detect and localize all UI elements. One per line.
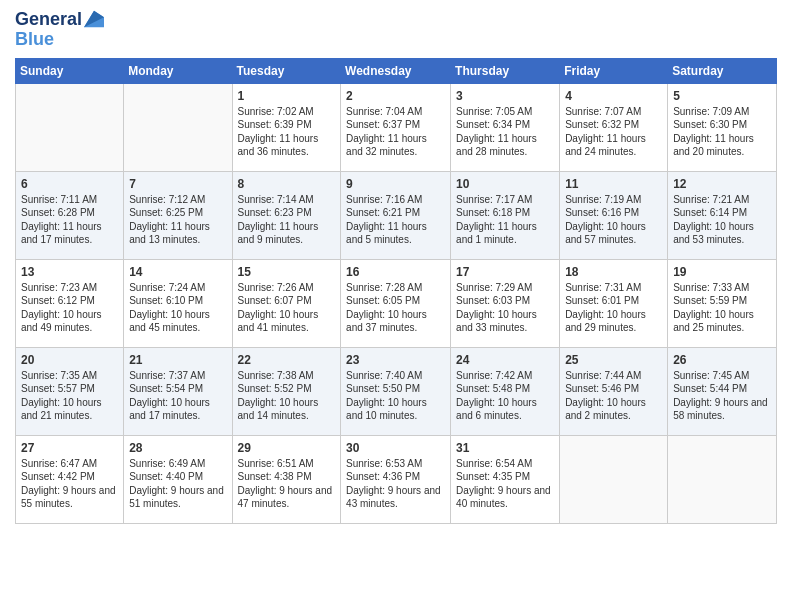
calendar-cell: 22Sunrise: 7:38 AMSunset: 5:52 PMDayligh… <box>232 347 341 435</box>
day-number: 28 <box>129 440 226 456</box>
day-number: 25 <box>565 352 662 368</box>
day-info: Sunrise: 7:42 AMSunset: 5:48 PMDaylight:… <box>456 369 554 423</box>
day-info: Sunrise: 7:07 AMSunset: 6:32 PMDaylight:… <box>565 105 662 159</box>
day-info: Sunrise: 7:37 AMSunset: 5:54 PMDaylight:… <box>129 369 226 423</box>
day-info: Sunrise: 7:24 AMSunset: 6:10 PMDaylight:… <box>129 281 226 335</box>
calendar-table: SundayMondayTuesdayWednesdayThursdayFrid… <box>15 58 777 524</box>
calendar-cell: 23Sunrise: 7:40 AMSunset: 5:50 PMDayligh… <box>341 347 451 435</box>
week-row-3: 20Sunrise: 7:35 AMSunset: 5:57 PMDayligh… <box>16 347 777 435</box>
calendar-cell: 20Sunrise: 7:35 AMSunset: 5:57 PMDayligh… <box>16 347 124 435</box>
day-info: Sunrise: 7:31 AMSunset: 6:01 PMDaylight:… <box>565 281 662 335</box>
calendar-cell: 14Sunrise: 7:24 AMSunset: 6:10 PMDayligh… <box>124 259 232 347</box>
day-info: Sunrise: 7:28 AMSunset: 6:05 PMDaylight:… <box>346 281 445 335</box>
calendar-cell: 3Sunrise: 7:05 AMSunset: 6:34 PMDaylight… <box>451 83 560 171</box>
day-info: Sunrise: 7:29 AMSunset: 6:03 PMDaylight:… <box>456 281 554 335</box>
day-number: 21 <box>129 352 226 368</box>
day-number: 13 <box>21 264 118 280</box>
calendar-cell: 11Sunrise: 7:19 AMSunset: 6:16 PMDayligh… <box>560 171 668 259</box>
day-number: 30 <box>346 440 445 456</box>
day-info: Sunrise: 7:38 AMSunset: 5:52 PMDaylight:… <box>238 369 336 423</box>
calendar-body: 1Sunrise: 7:02 AMSunset: 6:39 PMDaylight… <box>16 83 777 523</box>
day-number: 17 <box>456 264 554 280</box>
calendar-cell: 6Sunrise: 7:11 AMSunset: 6:28 PMDaylight… <box>16 171 124 259</box>
calendar-cell: 21Sunrise: 7:37 AMSunset: 5:54 PMDayligh… <box>124 347 232 435</box>
calendar-cell: 7Sunrise: 7:12 AMSunset: 6:25 PMDaylight… <box>124 171 232 259</box>
logo: General Blue <box>15 10 104 50</box>
weekday-header-wednesday: Wednesday <box>341 58 451 83</box>
calendar-cell: 10Sunrise: 7:17 AMSunset: 6:18 PMDayligh… <box>451 171 560 259</box>
day-info: Sunrise: 7:11 AMSunset: 6:28 PMDaylight:… <box>21 193 118 247</box>
day-number: 1 <box>238 88 336 104</box>
day-number: 8 <box>238 176 336 192</box>
calendar-cell: 9Sunrise: 7:16 AMSunset: 6:21 PMDaylight… <box>341 171 451 259</box>
calendar-cell: 15Sunrise: 7:26 AMSunset: 6:07 PMDayligh… <box>232 259 341 347</box>
weekday-header-thursday: Thursday <box>451 58 560 83</box>
week-row-4: 27Sunrise: 6:47 AMSunset: 4:42 PMDayligh… <box>16 435 777 523</box>
calendar-cell: 27Sunrise: 6:47 AMSunset: 4:42 PMDayligh… <box>16 435 124 523</box>
day-number: 9 <box>346 176 445 192</box>
day-number: 5 <box>673 88 771 104</box>
day-info: Sunrise: 7:09 AMSunset: 6:30 PMDaylight:… <box>673 105 771 159</box>
day-info: Sunrise: 7:26 AMSunset: 6:07 PMDaylight:… <box>238 281 336 335</box>
day-info: Sunrise: 7:45 AMSunset: 5:44 PMDaylight:… <box>673 369 771 423</box>
day-number: 19 <box>673 264 771 280</box>
day-info: Sunrise: 7:19 AMSunset: 6:16 PMDaylight:… <box>565 193 662 247</box>
calendar-cell: 28Sunrise: 6:49 AMSunset: 4:40 PMDayligh… <box>124 435 232 523</box>
calendar-cell: 25Sunrise: 7:44 AMSunset: 5:46 PMDayligh… <box>560 347 668 435</box>
week-row-0: 1Sunrise: 7:02 AMSunset: 6:39 PMDaylight… <box>16 83 777 171</box>
day-number: 10 <box>456 176 554 192</box>
week-row-2: 13Sunrise: 7:23 AMSunset: 6:12 PMDayligh… <box>16 259 777 347</box>
day-info: Sunrise: 7:21 AMSunset: 6:14 PMDaylight:… <box>673 193 771 247</box>
day-info: Sunrise: 7:35 AMSunset: 5:57 PMDaylight:… <box>21 369 118 423</box>
day-info: Sunrise: 6:54 AMSunset: 4:35 PMDaylight:… <box>456 457 554 511</box>
day-number: 16 <box>346 264 445 280</box>
day-info: Sunrise: 7:17 AMSunset: 6:18 PMDaylight:… <box>456 193 554 247</box>
day-number: 12 <box>673 176 771 192</box>
day-number: 22 <box>238 352 336 368</box>
day-number: 24 <box>456 352 554 368</box>
day-info: Sunrise: 7:40 AMSunset: 5:50 PMDaylight:… <box>346 369 445 423</box>
logo-icon <box>84 9 104 29</box>
calendar-cell: 12Sunrise: 7:21 AMSunset: 6:14 PMDayligh… <box>668 171 777 259</box>
day-info: Sunrise: 7:12 AMSunset: 6:25 PMDaylight:… <box>129 193 226 247</box>
weekday-header-tuesday: Tuesday <box>232 58 341 83</box>
day-number: 11 <box>565 176 662 192</box>
calendar-cell: 19Sunrise: 7:33 AMSunset: 5:59 PMDayligh… <box>668 259 777 347</box>
day-number: 2 <box>346 88 445 104</box>
calendar-cell: 31Sunrise: 6:54 AMSunset: 4:35 PMDayligh… <box>451 435 560 523</box>
day-info: Sunrise: 7:44 AMSunset: 5:46 PMDaylight:… <box>565 369 662 423</box>
header: General Blue <box>15 10 777 50</box>
day-number: 4 <box>565 88 662 104</box>
calendar-header: SundayMondayTuesdayWednesdayThursdayFrid… <box>16 58 777 83</box>
day-number: 3 <box>456 88 554 104</box>
day-number: 31 <box>456 440 554 456</box>
day-info: Sunrise: 7:14 AMSunset: 6:23 PMDaylight:… <box>238 193 336 247</box>
calendar-cell: 8Sunrise: 7:14 AMSunset: 6:23 PMDaylight… <box>232 171 341 259</box>
weekday-header-saturday: Saturday <box>668 58 777 83</box>
day-info: Sunrise: 6:51 AMSunset: 4:38 PMDaylight:… <box>238 457 336 511</box>
day-info: Sunrise: 7:02 AMSunset: 6:39 PMDaylight:… <box>238 105 336 159</box>
calendar-cell: 17Sunrise: 7:29 AMSunset: 6:03 PMDayligh… <box>451 259 560 347</box>
day-number: 7 <box>129 176 226 192</box>
logo-text: General <box>15 10 82 30</box>
day-number: 6 <box>21 176 118 192</box>
day-info: Sunrise: 7:05 AMSunset: 6:34 PMDaylight:… <box>456 105 554 159</box>
calendar-cell: 29Sunrise: 6:51 AMSunset: 4:38 PMDayligh… <box>232 435 341 523</box>
day-info: Sunrise: 6:53 AMSunset: 4:36 PMDaylight:… <box>346 457 445 511</box>
day-info: Sunrise: 7:23 AMSunset: 6:12 PMDaylight:… <box>21 281 118 335</box>
page: General Blue SundayMondayTuesdayWednesda… <box>0 0 792 612</box>
calendar-cell: 26Sunrise: 7:45 AMSunset: 5:44 PMDayligh… <box>668 347 777 435</box>
day-info: Sunrise: 7:33 AMSunset: 5:59 PMDaylight:… <box>673 281 771 335</box>
calendar-cell: 16Sunrise: 7:28 AMSunset: 6:05 PMDayligh… <box>341 259 451 347</box>
calendar-cell: 13Sunrise: 7:23 AMSunset: 6:12 PMDayligh… <box>16 259 124 347</box>
day-number: 15 <box>238 264 336 280</box>
calendar-cell: 18Sunrise: 7:31 AMSunset: 6:01 PMDayligh… <box>560 259 668 347</box>
calendar-cell <box>560 435 668 523</box>
calendar-cell: 24Sunrise: 7:42 AMSunset: 5:48 PMDayligh… <box>451 347 560 435</box>
logo-blue: Blue <box>15 30 54 50</box>
calendar-cell: 1Sunrise: 7:02 AMSunset: 6:39 PMDaylight… <box>232 83 341 171</box>
calendar-cell <box>16 83 124 171</box>
day-info: Sunrise: 6:47 AMSunset: 4:42 PMDaylight:… <box>21 457 118 511</box>
weekday-header-sunday: Sunday <box>16 58 124 83</box>
calendar-cell: 2Sunrise: 7:04 AMSunset: 6:37 PMDaylight… <box>341 83 451 171</box>
